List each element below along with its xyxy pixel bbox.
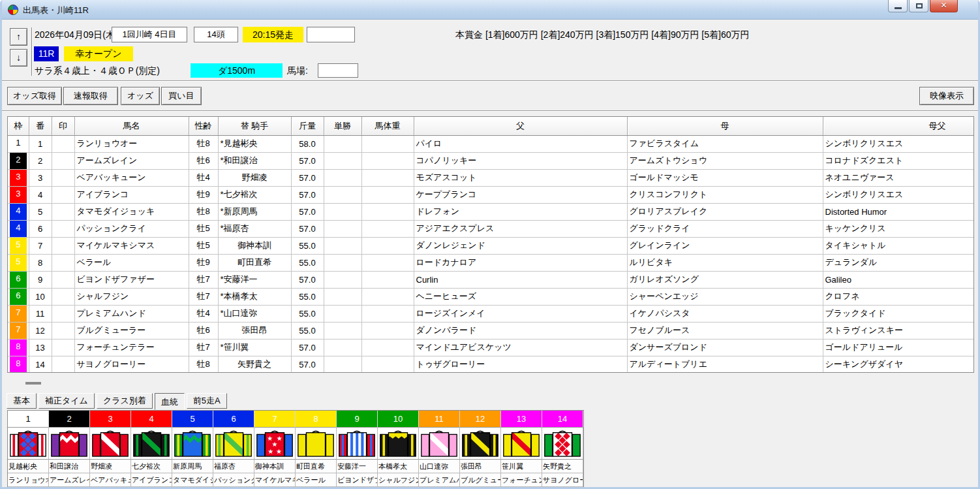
cell-win_odds[interactable] xyxy=(324,203,361,220)
cell-mark[interactable] xyxy=(52,322,74,339)
cell-damsire[interactable]: シーキングザダイヤ xyxy=(823,356,974,373)
cell-win_odds[interactable] xyxy=(324,288,361,305)
horse-row-3[interactable]: 33ベアバッキューン牡4野畑凌57.0モズアスコットゴールドマッシモネオユニヴァ… xyxy=(8,169,974,186)
cell-weight[interactable]: 57.0 xyxy=(291,152,324,169)
cell-sex_age[interactable]: 牡9 xyxy=(189,254,218,271)
odds-fetch-button[interactable]: オッズ取得 xyxy=(7,87,62,105)
cell-horse_weight[interactable] xyxy=(361,203,414,220)
horse-row-9[interactable]: 69ビヨンドザファザー牡7*安藤洋一57.0CurlinガリレオズソングGali… xyxy=(8,271,974,288)
cell-waku[interactable]: 8 xyxy=(8,339,29,356)
cell-horse_weight[interactable] xyxy=(361,220,414,237)
cell-weight[interactable]: 55.0 xyxy=(291,288,324,305)
cell-name[interactable]: マイケルマキシマス xyxy=(74,237,189,254)
cell-sex_age[interactable]: 牡8 xyxy=(189,356,218,373)
cell-waku[interactable]: 3 xyxy=(8,169,29,186)
next-race-button[interactable]: ↓ xyxy=(10,49,27,67)
cell-waku[interactable]: 1 xyxy=(8,135,29,152)
cell-jockey[interactable]: *本橋孝太 xyxy=(218,288,291,305)
cell-damsire[interactable]: コロナドズクエスト xyxy=(823,152,974,169)
cell-waku[interactable]: 5 xyxy=(8,237,29,254)
cell-sire[interactable]: ダノンレジェンド xyxy=(414,237,627,254)
cell-sex_age[interactable]: 牡7 xyxy=(189,339,218,356)
cell-weight[interactable]: 58.0 xyxy=(291,135,324,152)
cell-damsire[interactable]: ストラヴィンスキー xyxy=(823,322,974,339)
cell-horse_weight[interactable] xyxy=(361,169,414,186)
bet-button[interactable]: 買い目 xyxy=(161,87,202,105)
cell-num[interactable]: 9 xyxy=(29,271,52,288)
cell-jockey[interactable]: *山口達弥 xyxy=(218,305,291,322)
cell-win_odds[interactable] xyxy=(324,220,361,237)
prev-race-button[interactable]: ↑ xyxy=(10,28,27,46)
cell-num[interactable]: 8 xyxy=(29,254,52,271)
cell-weight[interactable]: 57.0 xyxy=(291,356,324,373)
cell-win_odds[interactable] xyxy=(324,339,361,356)
cell-win_odds[interactable] xyxy=(324,237,361,254)
cell-num[interactable]: 1 xyxy=(29,135,52,152)
cell-waku[interactable]: 4 xyxy=(8,203,29,220)
cell-name[interactable]: アイブランコ xyxy=(74,186,189,203)
cell-num[interactable]: 7 xyxy=(29,237,52,254)
cell-jockey[interactable]: *笹川翼 xyxy=(218,339,291,356)
flash-fetch-button[interactable]: 速報取得 xyxy=(63,87,118,105)
cell-horse_weight[interactable] xyxy=(361,152,414,169)
cell-dam[interactable]: ダンサーズブロンド xyxy=(627,339,823,356)
cell-horse_weight[interactable] xyxy=(361,135,414,152)
cell-num[interactable]: 13 xyxy=(29,339,52,356)
horse-row-14[interactable]: 814サヨノグローリー牡8矢野貴之57.0トゥザグローリーアルディートブリエシー… xyxy=(8,356,974,373)
cell-mark[interactable] xyxy=(52,254,74,271)
cell-weight[interactable]: 57.0 xyxy=(291,186,324,203)
cell-name[interactable]: アームズレイン xyxy=(74,152,189,169)
cell-waku[interactable]: 8 xyxy=(8,356,29,373)
cell-jockey[interactable]: 矢野貴之 xyxy=(218,356,291,373)
cell-damsire[interactable]: キッケンクリス xyxy=(823,220,974,237)
cell-mark[interactable] xyxy=(52,339,74,356)
video-display-button[interactable]: 映像表示 xyxy=(919,87,974,105)
cell-sire[interactable]: トゥザグローリー xyxy=(414,356,627,373)
horse-row-2[interactable]: 22アームズレイン牡6*和田譲治57.0コパノリッキーアームズトウショウコロナド… xyxy=(8,152,974,169)
cell-dam[interactable]: ルリビタキ xyxy=(627,254,823,271)
cell-weight[interactable]: 55.0 xyxy=(291,305,324,322)
cell-num[interactable]: 2 xyxy=(29,152,52,169)
horse-row-10[interactable]: 610シャルフジン牡7*本橋孝太55.0ヘニーヒューズシャーペンエッジクロフネ xyxy=(8,288,974,305)
cell-jockey[interactable]: *新原周馬 xyxy=(218,203,291,220)
cell-damsire[interactable]: Galileo xyxy=(823,271,974,288)
cell-num[interactable]: 10 xyxy=(29,288,52,305)
cell-sire[interactable]: ケープブランコ xyxy=(414,186,627,203)
cell-win_odds[interactable] xyxy=(324,254,361,271)
cell-win_odds[interactable] xyxy=(324,356,361,373)
cell-num[interactable]: 12 xyxy=(29,322,52,339)
cell-waku[interactable]: 7 xyxy=(8,305,29,322)
cell-sire[interactable]: ヘニーヒューズ xyxy=(414,288,627,305)
cell-mark[interactable] xyxy=(52,288,74,305)
cell-horse_weight[interactable] xyxy=(361,271,414,288)
cell-damsire[interactable]: タイキシャトル xyxy=(823,237,974,254)
horse-row-6[interactable]: 46パッションクライ牡5*福原杏57.0アジアエクスプレスグラッドクライキッケン… xyxy=(8,220,974,237)
cell-win_odds[interactable] xyxy=(324,186,361,203)
cell-name[interactable]: ランリョウオー xyxy=(74,135,189,152)
cell-dam[interactable]: ファビラスタイム xyxy=(627,135,823,152)
cell-win_odds[interactable] xyxy=(324,152,361,169)
cell-sex_age[interactable]: 牡6 xyxy=(189,322,218,339)
cell-win_odds[interactable] xyxy=(324,169,361,186)
cell-waku[interactable]: 7 xyxy=(8,322,29,339)
cell-horse_weight[interactable] xyxy=(361,339,414,356)
cell-damsire[interactable]: Distorted Humor xyxy=(823,203,974,220)
cell-sex_age[interactable]: 牡4 xyxy=(189,169,218,186)
cell-waku[interactable]: 6 xyxy=(8,288,29,305)
cell-sire[interactable]: アジアエクスプレス xyxy=(414,220,627,237)
cell-sire[interactable]: ダノンバラード xyxy=(414,322,627,339)
cell-jockey[interactable]: 御神本訓 xyxy=(218,237,291,254)
cell-name[interactable]: ビヨンドザファザー xyxy=(74,271,189,288)
cell-jockey[interactable]: *安藤洋一 xyxy=(218,271,291,288)
cell-damsire[interactable]: シンボリクリスエス xyxy=(823,135,974,152)
tab-hosei-time[interactable]: 補正タイム xyxy=(38,393,95,409)
tab-last5-a[interactable]: 前5走A xyxy=(187,393,227,409)
close-button[interactable]: ✕ xyxy=(930,0,958,12)
cell-dam[interactable]: ゴールドマッシモ xyxy=(627,169,823,186)
cell-jockey[interactable]: 張田昂 xyxy=(218,322,291,339)
cell-dam[interactable]: シャーペンエッジ xyxy=(627,288,823,305)
cell-mark[interactable] xyxy=(52,356,74,373)
cell-sire[interactable]: コパノリッキー xyxy=(414,152,627,169)
cell-sex_age[interactable]: 牡7 xyxy=(189,271,218,288)
cell-waku[interactable]: 4 xyxy=(8,220,29,237)
